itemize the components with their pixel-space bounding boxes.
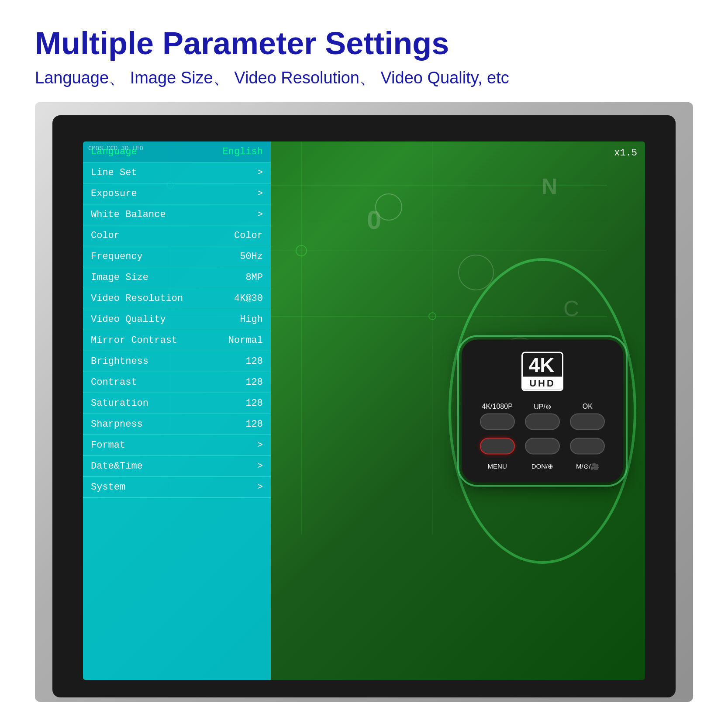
logo-box: 4K UHD — [521, 352, 564, 391]
menu-panel: LanguageEnglishLine Set>Exposure>White B… — [83, 141, 271, 680]
logo-top: 4K — [523, 353, 562, 376]
menu-item-value: 128 — [245, 356, 263, 367]
menu-item-label: Mirror Contrast — [91, 335, 177, 346]
menu-item-label: Image Size — [91, 272, 148, 283]
menu-item-value: English — [223, 146, 263, 157]
logo-4k-text: 4K — [529, 355, 555, 375]
menu-item-sharpness[interactable]: Sharpness128 — [83, 414, 271, 435]
top-buttons-row — [475, 413, 610, 430]
menu-item-label: Format — [91, 440, 125, 451]
bottom-button-labels: MENU DON/⊕ M/⊙/🎥 — [475, 462, 610, 470]
image-container: 0 N C CMOS CCD 3D LED LanguageEnglishLin… — [35, 102, 693, 702]
page-wrapper: Multiple Parameter Settings Language、 Im… — [0, 0, 728, 728]
menu-item-mirror-contrast[interactable]: Mirror ContrastNormal — [83, 330, 271, 351]
menu-item-label: Color — [91, 230, 120, 241]
menu-item-color[interactable]: ColorColor — [83, 225, 271, 246]
btn-label-4k1080p: 4K/1080P — [478, 402, 517, 411]
menu-item-label: Sharpness — [91, 419, 143, 430]
svg-point-10 — [459, 255, 493, 290]
menu-item-label: Frequency — [91, 251, 143, 262]
menu-item-label: System — [91, 482, 125, 493]
btn-label-up: UP/⊖ — [523, 402, 562, 411]
menu-item-label: Saturation — [91, 398, 148, 409]
menu-item-value: Color — [234, 230, 263, 241]
svg-text:N: N — [542, 174, 557, 199]
tv-screen: 0 N C CMOS CCD 3D LED LanguageEnglishLin… — [35, 102, 693, 702]
menu-item-date-time[interactable]: Date&Time> — [83, 456, 271, 477]
menu-item-video-quality[interactable]: Video QualityHigh — [83, 309, 271, 330]
menu-item-value: > — [257, 167, 263, 178]
btn-label-ok: OK — [568, 402, 607, 411]
btn-4k1080p[interactable] — [480, 413, 515, 430]
svg-text:C: C — [563, 297, 579, 321]
menu-item-value: 128 — [245, 377, 263, 388]
menu-item-value: > — [257, 482, 263, 493]
menu-item-value: 50Hz — [240, 251, 263, 262]
menu-item-value: 128 — [245, 398, 263, 409]
menu-item-image-size[interactable]: Image Size8MP — [83, 267, 271, 288]
btn-label-menu: MENU — [478, 462, 517, 470]
btn-label-down: DON/⊕ — [523, 462, 562, 470]
remote-logo: 4K UHD — [475, 352, 610, 393]
zoom-indicator: x1.5 — [614, 148, 637, 159]
menu-item-system[interactable]: System> — [83, 477, 271, 498]
menu-item-contrast[interactable]: Contrast128 — [83, 372, 271, 393]
logo-uhd-text: UHD — [523, 376, 562, 390]
menu-item-value: 8MP — [245, 272, 263, 283]
menu-item-value: 128 — [245, 419, 263, 430]
btn-up-zoom-out[interactable] — [525, 413, 560, 430]
page-subtitle: Language、 Image Size、 Video Resolution、 … — [35, 67, 693, 89]
menu-item-label: Line Set — [91, 167, 137, 178]
menu-item-video-resolution[interactable]: Video Resolution4K@30 — [83, 288, 271, 309]
menu-item-value: High — [240, 314, 263, 325]
menu-item-label: Contrast — [91, 377, 137, 388]
menu-item-white-balance[interactable]: White Balance> — [83, 204, 271, 225]
tv-bezel: 0 N C CMOS CCD 3D LED LanguageEnglishLin… — [52, 115, 676, 697]
remote-device: 4K UHD 4K/1080P UP/⊖ OK — [462, 339, 623, 482]
btn-down-zoom-in[interactable] — [525, 438, 560, 454]
menu-item-label: Video Resolution — [91, 293, 183, 304]
menu-item-exposure[interactable]: Exposure> — [83, 183, 271, 204]
menu-item-label: Brightness — [91, 356, 148, 367]
btn-label-mode: M/⊙/🎥 — [568, 462, 607, 470]
menu-item-format[interactable]: Format> — [83, 435, 271, 456]
menu-item-saturation[interactable]: Saturation128 — [83, 393, 271, 414]
header-section: Multiple Parameter Settings Language、 Im… — [35, 26, 693, 89]
btn-ok[interactable] — [570, 413, 605, 430]
tv-content: 0 N C CMOS CCD 3D LED LanguageEnglishLin… — [83, 141, 645, 680]
btn-mode[interactable] — [570, 438, 605, 454]
svg-text:0: 0 — [367, 205, 381, 235]
menu-item-value: > — [257, 440, 263, 451]
menu-item-brightness[interactable]: Brightness128 — [83, 351, 271, 372]
device-label: CMOS CCD 3D LED — [88, 145, 143, 152]
menu-item-frequency[interactable]: Frequency50Hz — [83, 246, 271, 267]
page-title: Multiple Parameter Settings — [35, 26, 693, 61]
menu-item-label: Exposure — [91, 188, 137, 199]
menu-item-label: Video Quality — [91, 314, 166, 325]
menu-item-value: Normal — [228, 335, 263, 346]
top-button-labels: 4K/1080P UP/⊖ OK — [475, 402, 610, 411]
menu-item-value: > — [257, 461, 263, 472]
menu-item-value: > — [257, 188, 263, 199]
menu-item-value: > — [257, 209, 263, 220]
btn-menu[interactable] — [480, 438, 515, 454]
menu-item-line-set[interactable]: Line Set> — [83, 162, 271, 183]
menu-item-value: 4K@30 — [234, 293, 263, 304]
menu-item-label: White Balance — [91, 209, 166, 220]
bottom-buttons-row — [475, 438, 610, 454]
menu-item-label: Date&Time — [91, 461, 143, 472]
